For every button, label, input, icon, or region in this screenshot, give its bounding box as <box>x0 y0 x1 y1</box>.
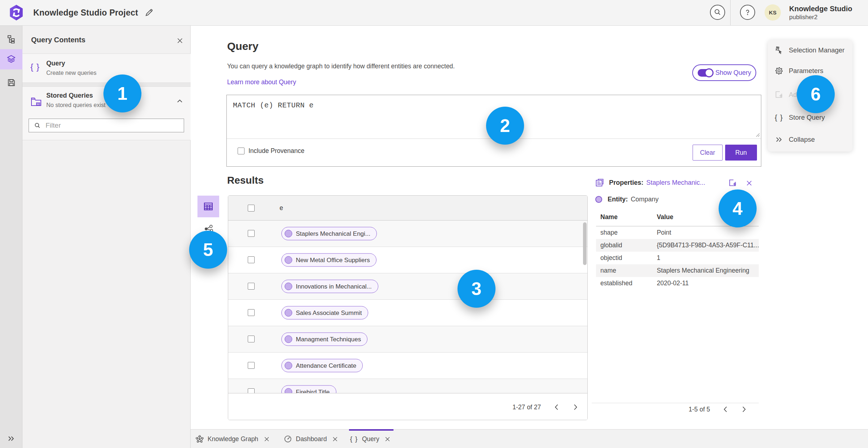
resize-handle[interactable] <box>755 132 760 137</box>
add-to-selection-icon[interactable] <box>728 179 737 187</box>
header-divider <box>730 0 731 25</box>
tab-query[interactable]: { } Query <box>350 430 391 448</box>
entity-dot-icon <box>285 309 292 317</box>
entity-chip[interactable]: Staplers Mechanical Engi... <box>281 227 377 240</box>
results-table: e Staplers Mechanical Engi... New Metal … <box>228 195 588 420</box>
pagination-label: 1-5 of 5 <box>689 406 710 413</box>
learn-more-link[interactable]: Learn more about Query <box>227 78 296 86</box>
tab-close-button[interactable] <box>332 436 339 442</box>
entity-dot-icon <box>285 336 292 343</box>
row-checkbox[interactable] <box>248 362 255 369</box>
tool-collapse[interactable]: Collapse <box>768 132 852 148</box>
callout-6: 6 <box>797 75 835 113</box>
entity-chip-label: Firebird Title <box>296 388 330 393</box>
avatar[interactable]: KS <box>765 4 781 21</box>
show-query-toggle[interactable]: Show Query <box>692 64 756 81</box>
sidebar-item-query[interactable]: { } Query Create new queries <box>22 54 191 82</box>
results-heading: Results <box>227 175 264 186</box>
tab-close-button[interactable] <box>263 436 270 442</box>
chevron-right-icon <box>573 404 578 410</box>
knowledge-graph-icon <box>196 435 204 443</box>
row-checkbox[interactable] <box>248 388 255 393</box>
tool-label: Parameters <box>789 67 824 75</box>
include-provenance-label: Include Provenance <box>248 147 305 155</box>
entity-chip[interactable]: Sales Associate Summit <box>281 306 368 320</box>
clear-button[interactable]: Clear <box>693 145 723 161</box>
pagination-prev-button[interactable] <box>552 402 561 412</box>
row-checkbox[interactable] <box>248 309 255 316</box>
page-title: Knowledge Studio Project <box>33 0 138 25</box>
scrollbar-thumb[interactable] <box>583 222 587 265</box>
results-table-footer: 1-27 of 27 <box>228 393 587 420</box>
filter-input[interactable] <box>46 121 176 129</box>
entity-chip-label: Sales Associate Summit <box>296 309 362 316</box>
tool-selection-manager[interactable]: Selection Manager <box>768 42 852 58</box>
tab-close-button[interactable] <box>384 436 391 442</box>
include-provenance-checkbox[interactable] <box>238 148 244 154</box>
chevron-up-icon[interactable] <box>176 98 183 105</box>
toggle-switch[interactable] <box>698 69 713 77</box>
properties-pagination: 1-5 of 5 <box>689 405 749 414</box>
entity-chip[interactable]: New Metal Office Suppliers <box>281 253 376 267</box>
callout-2: 2 <box>486 107 524 145</box>
entity-dot-icon <box>285 388 292 393</box>
filter-field <box>29 119 184 132</box>
tool-label: Collapse <box>789 136 815 144</box>
properties-close-button[interactable] <box>745 179 753 187</box>
table-view-button[interactable] <box>197 196 219 217</box>
help-icon <box>744 8 752 16</box>
sidebar-item-label: Query <box>46 60 65 67</box>
entity-chip[interactable]: Managment Techniques <box>281 333 367 346</box>
user-name: Knowledge Studio <box>789 5 852 13</box>
properties-entity-link[interactable]: Staplers Mechanic... <box>646 179 705 187</box>
help-button[interactable] <box>740 5 755 20</box>
left-icon-rail <box>0 26 22 448</box>
row-checkbox[interactable] <box>248 283 255 290</box>
table-row: Innovations in Mechanical... <box>228 273 587 300</box>
rail-expand-button[interactable] <box>0 431 22 446</box>
rail-layers-button[interactable] <box>0 49 22 69</box>
braces-icon: { } <box>775 113 783 122</box>
chevron-left-icon <box>723 406 728 413</box>
rail-hierarchy-button[interactable] <box>0 29 22 49</box>
tool-label: Store Query <box>789 114 825 121</box>
braces-icon: { } <box>30 62 40 72</box>
row-checkbox[interactable] <box>248 256 255 263</box>
sidebar-item-label: Stored Queries <box>46 92 93 99</box>
tab-knowledge-graph[interactable]: Knowledge Graph <box>196 430 270 448</box>
property-name: name <box>600 264 616 277</box>
query-text[interactable]: MATCH (e) RETURN e <box>233 101 314 110</box>
properties-col-value: Value <box>657 213 673 221</box>
properties-title: Properties: <box>609 179 643 187</box>
table-row: Managment Techniques <box>228 326 587 353</box>
tab-label: Knowledge Graph <box>208 435 258 443</box>
selection-manager-icon <box>775 46 783 55</box>
pagination-next-button[interactable] <box>571 402 580 412</box>
pagination-prev-button[interactable] <box>721 405 730 414</box>
run-button[interactable]: Run <box>725 145 757 161</box>
entity-dot-icon <box>285 362 292 370</box>
property-value: 2020-02-11 <box>657 277 689 290</box>
entity-chip[interactable]: Innovations in Mechanical... <box>281 280 378 293</box>
select-all-checkbox[interactable] <box>248 205 255 212</box>
property-name: established <box>600 277 633 290</box>
sidebar-item-sublabel: No stored queries exist <box>46 102 106 108</box>
entity-chip[interactable]: Firebird Title <box>281 385 336 393</box>
entity-chip-label: Innovations in Mechanical... <box>296 283 372 290</box>
pagination-label: 1-27 of 27 <box>512 404 541 411</box>
query-workspace: Query You can query a knowledge graph to… <box>191 26 868 429</box>
sidebar-item-sublabel: Create new queries <box>46 70 97 76</box>
table-row: Sales Associate Summit <box>228 300 587 326</box>
rail-save-button[interactable] <box>0 72 22 93</box>
pagination-next-button[interactable] <box>739 405 749 414</box>
edit-title-pencil-icon[interactable] <box>144 8 154 17</box>
row-checkbox[interactable] <box>248 230 255 237</box>
search-button[interactable] <box>710 5 725 20</box>
panel-close-button[interactable] <box>174 35 185 46</box>
close-icon <box>332 436 338 442</box>
tab-dashboard[interactable]: Dashboard <box>284 430 339 448</box>
chevron-right-icon <box>741 406 746 413</box>
entity-chip[interactable]: Attendance Certificate <box>281 359 363 372</box>
row-checkbox[interactable] <box>248 336 255 342</box>
callout-5: 5 <box>189 231 227 269</box>
